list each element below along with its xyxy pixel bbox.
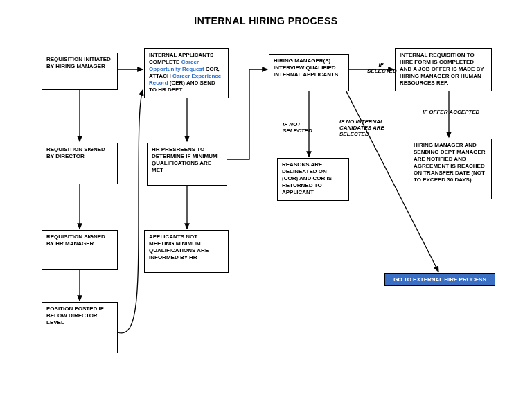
box-reasons-delineated: REASONS ARE DELINEATED ON (COR) AND COR … (277, 158, 349, 201)
box-transfer-date: HIRING MANAGER AND SENDING DEPT MANAGER … (409, 139, 492, 200)
box-manager-interview: HIRING MANAGER(S) INTERVIEW QUALIFIED IN… (269, 54, 349, 91)
label-if-no-internal: IF NO INTERNAL CANIDATES ARE SELECTED (339, 119, 385, 137)
go-external-button[interactable]: GO TO EXTERNAL HIRE PROCESS (384, 273, 495, 286)
box-requisition-initiated: REQUISITION INITIATED BY HIRING MANAGER (42, 53, 118, 90)
box-position-posted: POSITION POSTED IF BELOW DIRECTOR LEVEL (42, 302, 118, 353)
box-signed-hr-manager: REQUISITION SIGNED BY HR MANAGER (42, 230, 118, 270)
box-hr-prescreens: HR PRESREENS TO DETERMINE IF MINIMUM QUA… (147, 143, 227, 186)
label-if-selected: IF SELECTED (367, 62, 395, 75)
page-title: INTERNAL HIRING PROCESS (0, 15, 532, 26)
label-if-not-selected: IF NOT SELECTED (283, 122, 324, 134)
box-requisition-to-hire: INTERNAL REQUISITION TO HIRE FORM IS COM… (395, 48, 492, 91)
label-if-offer-accepted: IF OFFER ACCEPTED (423, 109, 492, 116)
box-applicants-complete: INTERNAL APPLICANTS COMPLETE Career Oppo… (144, 48, 229, 98)
box-signed-director: REQUISITION SIGNED BY DIRECTOR (42, 143, 118, 184)
box-not-meeting-min: APPLICANTS NOT MEETING MINIMUM QUALIFICA… (144, 230, 229, 273)
